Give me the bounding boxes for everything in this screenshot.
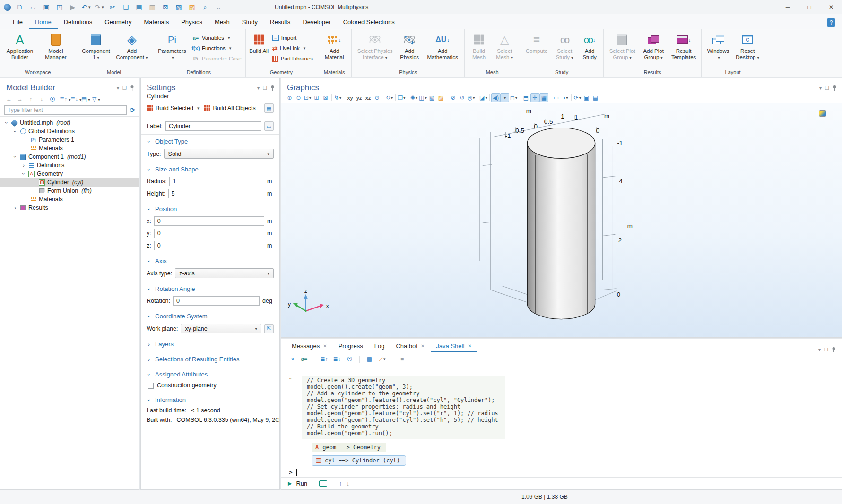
tree-item-geometry[interactable]: › A Geometry <box>0 170 139 178</box>
zoom-box-icon[interactable]: ⊡▾ <box>303 93 312 102</box>
add-physics-button[interactable]: Add Physics <box>396 30 423 60</box>
tab-messages[interactable]: Messages✕ <box>287 341 332 352</box>
import-button[interactable]: ← Import <box>272 33 313 43</box>
panel-menu-icon[interactable]: ▾ <box>818 347 821 352</box>
panel-menu-icon[interactable]: ▾ <box>819 85 822 91</box>
orbit-icon[interactable]: ◻▾ <box>509 93 518 102</box>
add-component-button[interactable]: ◈ Add Component▾ <box>114 30 150 61</box>
tree-item-root[interactable]: › Untitled.mph(root) <box>0 119 139 127</box>
part-libraries-button[interactable]: Part Libraries <box>272 54 313 63</box>
close-button[interactable]: ✕ <box>820 0 842 14</box>
find-icon[interactable]: ⌕ <box>201 3 209 11</box>
view-hidden-icon[interactable]: ◎▾ <box>467 93 476 102</box>
type-select[interactable]: Solid▾ <box>164 149 274 159</box>
add-study-button[interactable]: oo↓ Add Study <box>578 30 601 60</box>
delete-icon[interactable]: ⊠ <box>161 3 170 11</box>
section-rotation-angle[interactable]: › Rotation Angle <box>141 282 279 295</box>
shell-prompt[interactable]: > <box>281 467 842 477</box>
tree-item-component1[interactable]: › Component 1(mod1) <box>0 153 139 161</box>
close-tab-icon[interactable]: ✕ <box>468 343 471 349</box>
move-up-icon[interactable]: ↑ <box>27 96 35 103</box>
panel-pin-icon[interactable] <box>833 85 837 91</box>
show-output-icon[interactable]: ⦿ <box>345 355 354 364</box>
expander-icon[interactable]: › <box>12 154 18 159</box>
tree-item-global-definitions[interactable]: › Global Definitions <box>0 127 139 136</box>
clear-shell-icon[interactable]: ⟋▾ <box>378 355 387 364</box>
windows-button[interactable]: Windows▾ <box>703 30 733 61</box>
work-plane-select[interactable]: xy-plane▾ <box>181 324 261 333</box>
panel-menu-icon[interactable]: ▾ <box>117 85 119 91</box>
show-icon[interactable]: ⦿ <box>49 96 56 103</box>
panel-pin-icon[interactable] <box>832 347 836 352</box>
perspective-icon[interactable]: ⬒ <box>521 93 530 102</box>
play-icon[interactable]: ▶ <box>69 3 77 11</box>
expander-icon[interactable]: › <box>12 129 18 134</box>
expander-icon[interactable]: › <box>21 171 26 176</box>
scroll-down-icon[interactable]: ≣↓ <box>332 355 341 364</box>
parameter-case-button[interactable]: Pi Parameter Case <box>192 54 242 63</box>
tree-item-definitions[interactable]: › Definitions <box>0 161 139 170</box>
expander-icon[interactable]: › <box>4 120 9 125</box>
go-to-default-view-icon[interactable]: ↯▾ <box>333 93 342 102</box>
expand-all-icon[interactable]: ≣↓▾ <box>70 96 78 103</box>
expander-icon[interactable]: › <box>21 162 26 168</box>
undo-icon[interactable]: ↶▾ <box>82 3 90 11</box>
application-builder-button[interactable]: A Application Builder <box>2 30 38 60</box>
close-tab-icon[interactable]: ✕ <box>323 343 327 349</box>
hide-selected-icon[interactable]: ⊘ <box>449 93 458 102</box>
deselect-box-mode-icon[interactable]: ▨ <box>436 93 445 102</box>
load-script-icon[interactable]: ⇥ <box>287 355 296 364</box>
panel-menu-icon[interactable]: ▾ <box>257 85 260 91</box>
zoom-selected-icon[interactable]: ⊠ <box>321 93 330 102</box>
section-assigned-attributes[interactable]: › Assigned Attributes <box>141 367 279 380</box>
build-selected-button[interactable]: Build Selected▾ <box>147 105 199 111</box>
variables-button[interactable]: a= Variables▾ <box>192 33 242 43</box>
tab-java-shell[interactable]: Java Shell✕ <box>431 341 476 352</box>
build-all-button[interactable]: Build All <box>248 30 270 54</box>
add-plot-group-button[interactable]: Add Plot Group▾ <box>639 30 668 61</box>
show-axes-icon[interactable]: ✛ <box>530 93 539 102</box>
sound-caret-icon[interactable]: ▾ <box>500 93 509 102</box>
move-down-icon[interactable]: ↓ <box>38 96 45 103</box>
panel-pin-icon[interactable] <box>270 85 275 91</box>
tree-item-component-materials[interactable]: Materials <box>0 195 139 204</box>
panel-float-icon[interactable]: ❐ <box>122 85 127 91</box>
view-xz-icon[interactable]: xz <box>364 93 373 102</box>
tree-item-parameters[interactable]: Pi Parameters 1 <box>0 136 139 144</box>
reset-hiding-icon[interactable]: ↺ <box>458 93 467 102</box>
tab-progress[interactable]: Progress <box>334 341 368 352</box>
console-icon[interactable] <box>319 480 327 487</box>
close-tab-icon[interactable]: ✕ <box>421 343 425 349</box>
select-plot-group-button[interactable]: Select Plot Group▾ <box>606 30 639 61</box>
tab-definitions[interactable]: Definitions <box>58 16 99 29</box>
filter-icon[interactable]: ▽▾ <box>92 96 100 103</box>
collapse-all-icon[interactable]: ≣↑▾ <box>60 96 67 103</box>
tree-item-results[interactable]: › Results <box>0 204 139 212</box>
rotate-icon[interactable]: ↻▾ <box>385 93 394 102</box>
tab-file[interactable]: File <box>7 16 29 29</box>
build-all-objects-button[interactable]: Build All Objects <box>204 105 255 111</box>
toolbar-overflow-icon[interactable]: ⌄ <box>214 3 223 11</box>
go-to-source-icon[interactable]: ⇱ <box>264 324 274 333</box>
output-cyl[interactable]: cyl ==> Cylinder (cyl) <box>312 455 406 466</box>
axis-type-select[interactable]: z-axis▾ <box>175 268 274 278</box>
expander-icon[interactable]: › <box>13 205 17 211</box>
sound-icon[interactable]: ◀) <box>491 93 500 102</box>
build-preview-icon[interactable]: ▦ <box>264 103 274 113</box>
add-mathematics-button[interactable]: ΔU↓ Add Mathematics <box>423 30 462 60</box>
stop-icon[interactable]: ■ <box>398 355 407 364</box>
zoom-out-icon[interactable]: ⊖ <box>294 93 303 102</box>
model-tree-node-text-icon[interactable]: ▤▾ <box>81 96 89 103</box>
zoom-extents-icon[interactable]: ⊞ <box>312 93 321 102</box>
history-up-icon[interactable]: ↑ <box>339 480 342 487</box>
model-manager-button[interactable]: Model Manager <box>38 30 74 60</box>
panel-float-icon[interactable]: ❐ <box>825 85 829 91</box>
3d-scene[interactable]: m -1 -0.5 0 0.5 1 1 m 0 -1 4 m 2 0 <box>281 103 842 337</box>
tree-filter-input[interactable] <box>4 105 127 115</box>
help-button[interactable]: ? <box>827 18 835 27</box>
component1-button[interactable]: Component 1▾ <box>78 30 114 61</box>
panel-float-icon[interactable]: ❐ <box>263 85 267 91</box>
compute-button[interactable]: = Compute <box>522 30 551 54</box>
color-palette-icon[interactable]: ◑▾ <box>561 93 570 102</box>
update-icon[interactable]: ⟳▾ <box>573 93 582 102</box>
